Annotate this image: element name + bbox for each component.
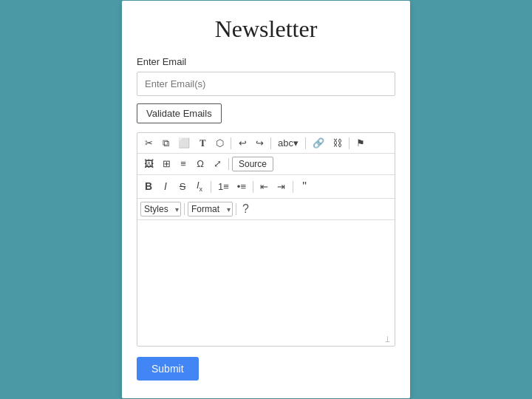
email-input[interactable] <box>137 72 395 96</box>
hr-button[interactable]: ≡ <box>175 156 191 172</box>
toolbar-separator-9 <box>184 203 185 215</box>
toolbar-separator-10 <box>236 203 236 215</box>
email-label: Enter Email <box>137 56 395 67</box>
decrease-indent-button[interactable]: ⇤ <box>256 179 273 195</box>
format-select[interactable]: Format <box>188 202 233 216</box>
redo-button[interactable]: ↪ <box>251 135 267 151</box>
cut-button[interactable]: ✂ <box>140 135 157 151</box>
paste-text-button[interactable]: 𝐓 <box>194 135 211 151</box>
image-button[interactable]: 🖼 <box>140 156 157 172</box>
styles-select[interactable]: Styles <box>140 202 181 216</box>
paste-button[interactable]: ⬜ <box>174 135 194 151</box>
toolbar-row-3: B I S Ix 1≡ •≡ ⇤ ⇥ " <box>137 175 395 199</box>
resize-handle[interactable]: ⟘ <box>385 336 392 344</box>
increase-indent-button[interactable]: ⇥ <box>273 179 290 195</box>
ordered-list-button[interactable]: 1≡ <box>214 179 233 195</box>
editor-textarea[interactable] <box>137 220 395 346</box>
spellcheck-button[interactable]: abc▾ <box>274 135 302 151</box>
toolbar-separator-1 <box>231 137 231 149</box>
table-button[interactable]: ⊞ <box>158 156 174 172</box>
bold-button[interactable]: B <box>140 178 157 195</box>
link-button[interactable]: 🔗 <box>309 135 328 151</box>
toolbar-separator-8 <box>293 181 293 193</box>
toolbar-row-1: ✂ ⧉ ⬜ 𝐓 ⬡ ↩ ↪ abc▾ 🔗 ⛓ ⚑ <box>137 133 395 154</box>
page-title: Newsletter <box>137 16 395 43</box>
toolbar-separator-6 <box>211 181 211 193</box>
blockquote-button[interactable]: " <box>296 177 313 196</box>
source-button[interactable]: Source <box>232 157 273 171</box>
rich-text-editor: ✂ ⧉ ⬜ 𝐓 ⬡ ↩ ↪ abc▾ 🔗 ⛓ ⚑ 🖼 ⊞ ≡ Ω ⤢ Sourc… <box>137 132 395 347</box>
undo-button[interactable]: ↩ <box>234 135 250 151</box>
submit-button[interactable]: Submit <box>137 357 199 381</box>
maximize-button[interactable]: ⤢ <box>209 156 225 172</box>
styles-select-wrap: Styles <box>140 202 181 216</box>
toolbar-separator-3 <box>305 137 306 149</box>
unordered-list-button[interactable]: •≡ <box>233 179 250 195</box>
toolbar-separator-4 <box>349 137 349 149</box>
strikethrough-button[interactable]: S <box>174 179 191 195</box>
toolbar-separator-5 <box>228 158 229 170</box>
help-button[interactable]: ? <box>239 201 252 217</box>
special-char-button[interactable]: Ω <box>192 156 208 172</box>
flag-button[interactable]: ⚑ <box>352 135 369 151</box>
editor-body: ⟘ <box>137 220 395 346</box>
main-card: Newsletter Enter Email Validate Emails ✂… <box>122 1 410 398</box>
subscript-button[interactable]: Ix <box>191 177 208 195</box>
validate-emails-button[interactable]: Validate Emails <box>137 103 222 123</box>
toolbar-row-2: 🖼 ⊞ ≡ Ω ⤢ Source <box>137 154 395 175</box>
toolbar-separator-2 <box>270 137 271 149</box>
toolbar-separator-7 <box>253 181 253 193</box>
unlink-button[interactable]: ⛓ <box>329 135 346 151</box>
toolbar-row-4: Styles Format ? <box>137 199 395 220</box>
italic-button[interactable]: I <box>157 178 174 195</box>
format-select-wrap: Format <box>188 202 233 216</box>
paste-word-button[interactable]: ⬡ <box>211 135 228 151</box>
copy-button[interactable]: ⧉ <box>157 135 174 151</box>
